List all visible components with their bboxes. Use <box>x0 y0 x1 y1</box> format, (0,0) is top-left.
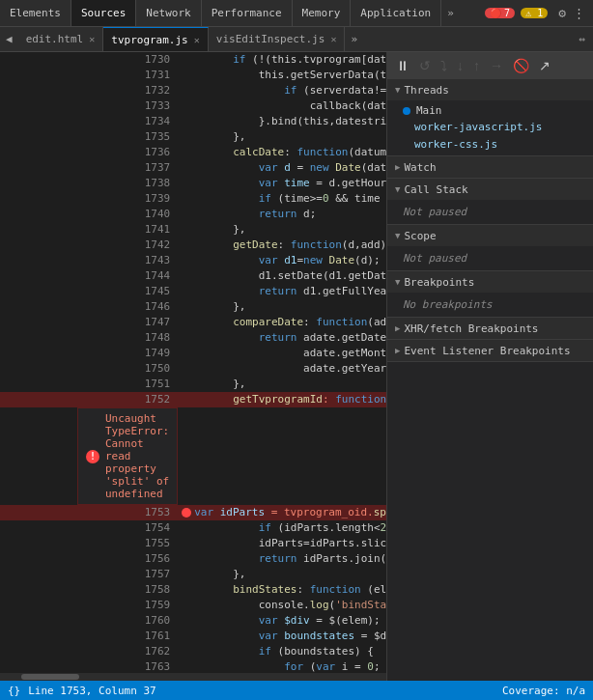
warn-badge: ⚠ 1 <box>521 8 548 18</box>
threads-title: Threads <box>404 84 448 97</box>
step-button[interactable]: → <box>487 56 506 75</box>
table-row: 1758 bindStates: function (elem, bound, … <box>0 582 386 598</box>
table-row: 1749 adate.getMonth() == bdate.getMonth( <box>0 346 386 361</box>
table-row: 1735 }, <box>0 129 386 145</box>
event-arrow: ▶ <box>395 346 400 355</box>
pause-on-exceptions-button[interactable]: ↗ <box>536 56 553 75</box>
table-row: 1754 if (idParts.length<2) return ''; <box>0 520 386 536</box>
event-breakpoints-section: ▶ Event Listener Breakpoints <box>387 340 593 362</box>
table-row: 1752 getTvprogramId: function(tvprogram_… <box>0 392 386 407</box>
resume-button[interactable]: ↺ <box>416 56 434 75</box>
tab-elements[interactable]: Elements <box>0 0 71 26</box>
call-stack-header[interactable]: ▼ Call Stack <box>387 179 593 200</box>
breakpoints-arrow: ▼ <box>395 277 400 287</box>
scope-title: Scope <box>404 230 436 242</box>
more-tabs-button[interactable]: » <box>441 7 460 19</box>
deactivate-breakpoints-button[interactable]: 🚫 <box>510 56 532 75</box>
scope-section: ▼ Scope Not paused <box>387 225 593 271</box>
xhr-breakpoints-header[interactable]: ▶ XHR/fetch Breakpoints <box>387 318 593 339</box>
step-out-button[interactable]: ↑ <box>470 56 483 75</box>
scope-header[interactable]: ▼ Scope <box>387 225 593 246</box>
breakpoints-status: No breakpoints <box>387 294 593 315</box>
table-row: 1760 var $div = $(elem); <box>0 613 386 629</box>
call-stack-status: Not paused <box>387 202 593 222</box>
status-left[interactable]: {} <box>8 685 20 697</box>
table-row: 1745 return d1.getFullYear()+"-"+('0' + … <box>0 284 386 299</box>
scrollbar-thumb[interactable] <box>21 674 79 680</box>
tab-network[interactable]: Network <box>136 0 201 26</box>
event-breakpoints-header[interactable]: ▶ Event Listener Breakpoints <box>387 340 593 361</box>
thread-worker-css[interactable]: worker-css.js <box>387 136 593 154</box>
table-row: 1750 adate.getYear()' <box>0 361 386 377</box>
top-bar: Elements Sources Network Performance Mem… <box>0 0 593 27</box>
xhr-breakpoints-title: XHR/fetch Breakpoints <box>404 322 538 335</box>
more-options-icon[interactable]: ⋮ <box>571 4 587 22</box>
table-row: 1733 callback(datestring,serverdata); <box>0 98 386 114</box>
threads-content: Main worker-javascript.js worker-css.js <box>387 100 593 155</box>
call-stack-content: Not paused <box>387 200 593 224</box>
threads-header[interactable]: ▼ Threads <box>387 79 593 100</box>
right-panel: ⏸ ↺ ⤵ ↓ ↑ → 🚫 ↗ ▼ Threads Main worker-ja… <box>386 52 593 681</box>
table-row: 1736 calcDate: function(datum) { <box>0 145 386 160</box>
breakpoints-content: No breakpoints <box>387 293 593 317</box>
table-row: 1739 if (time>=0 && time <5) d.setDate(d… <box>0 191 386 207</box>
close-edit-html[interactable]: ✕ <box>89 34 95 44</box>
table-row: 1753 var idParts = tvprogram_oid.split('… <box>0 505 386 520</box>
debug-toolbar: ⏸ ↺ ⤵ ↓ ↑ → 🚫 ↗ <box>387 52 593 79</box>
horizontal-scrollbar[interactable] <box>0 673 386 681</box>
xhr-breakpoints-section: ▶ XHR/fetch Breakpoints <box>387 318 593 340</box>
step-over-button[interactable]: ⤵ <box>438 56 450 75</box>
step-into-button[interactable]: ↓ <box>454 56 466 75</box>
main-area: 1730 if (!(this.tvprogram[datestring].le… <box>0 52 593 681</box>
nav-more-tabs[interactable]: » <box>345 33 363 45</box>
table-row: 1743 var d1=new Date(d); <box>0 253 386 268</box>
tab-performance[interactable]: Performance <box>202 0 293 26</box>
scope-status: Not paused <box>387 248 593 268</box>
close-vis-edit[interactable]: ✕ <box>330 34 336 44</box>
watch-title: Watch <box>404 161 436 174</box>
thread-main[interactable]: Main <box>387 102 593 119</box>
close-tvprogram[interactable]: ✕ <box>194 35 200 45</box>
file-tabs-bar: ◀ edit.html ✕ tvprogram.js ✕ visEditInsp… <box>0 27 593 52</box>
status-bar: {} Line 1753, Column 37 Coverage: n/a <box>0 681 593 700</box>
table-row: 1757 }, <box>0 567 386 582</box>
pause-button[interactable]: ⏸ <box>393 56 412 75</box>
file-tab-vis-edit[interactable]: visEditInspect.js ✕ <box>209 27 346 51</box>
table-row: 1746 }, <box>0 299 386 315</box>
settings-icon[interactable]: ⚙ <box>556 4 568 22</box>
table-row: 1732 if (serverdata!='error') this.tvpro… <box>0 83 386 98</box>
table-row: 1756 return idParts.join('.'); <box>0 551 386 567</box>
file-tab-tvprogram[interactable]: tvprogram.js ✕ <box>103 27 209 51</box>
status-right: Coverage: n/a <box>502 685 585 697</box>
call-stack-section: ▼ Call Stack Not paused <box>387 179 593 225</box>
error-icon: ! <box>86 450 99 463</box>
table-row: 1734 }.bind(this,datestring)); <box>0 114 386 129</box>
watch-header[interactable]: ▶ Watch <box>387 156 593 178</box>
table-row: 1761 var boundstates = $div.data('bound'… <box>0 629 386 644</box>
scope-content: Not paused <box>387 246 593 270</box>
nav-back-icon[interactable]: ◀ <box>0 33 18 45</box>
table-row: 1740 return d; <box>0 207 386 222</box>
table-row: 1755 idParts=idParts.slice(0,2); <box>0 536 386 551</box>
table-row: 1742 getDate: function(d,add) { <box>0 238 386 253</box>
watch-section: ▶ Watch <box>387 156 593 179</box>
table-row: 1751 }, <box>0 377 386 392</box>
thread-worker-js[interactable]: worker-javascript.js <box>387 119 593 136</box>
tab-sources[interactable]: Sources <box>71 0 136 26</box>
table-row: 1731 this.getServerData(tvprogram_oid,'p… <box>0 68 386 83</box>
threads-section: ▼ Threads Main worker-javascript.js work… <box>387 79 593 156</box>
breakpoints-header[interactable]: ▼ Breakpoints <box>387 271 593 293</box>
file-tab-edit-html[interactable]: edit.html ✕ <box>18 27 104 51</box>
event-breakpoints-title: Event Listener Breakpoints <box>404 345 570 357</box>
tab-application[interactable]: Application <box>351 0 441 26</box>
code-lines: 1730 if (!(this.tvprogram[datestring].le… <box>0 52 386 673</box>
table-row: 1730 if (!(this.tvprogram[datestring].le… <box>0 52 386 68</box>
code-scroll[interactable]: 1730 if (!(this.tvprogram[datestring].le… <box>0 52 386 673</box>
expand-panel-icon[interactable]: ⇔ <box>571 33 593 45</box>
table-row: 1747 compareDate: function(adate,bdate) … <box>0 315 386 330</box>
tab-memory[interactable]: Memory <box>293 0 352 26</box>
table-row: 1762 if (boundstates) { <box>0 644 386 659</box>
error-badge: 🔴 7 <box>485 8 515 18</box>
table-row: 1744 d1.setDate(d1.getDate() + add); <box>0 268 386 284</box>
status-coverage: Coverage: n/a <box>502 685 585 697</box>
